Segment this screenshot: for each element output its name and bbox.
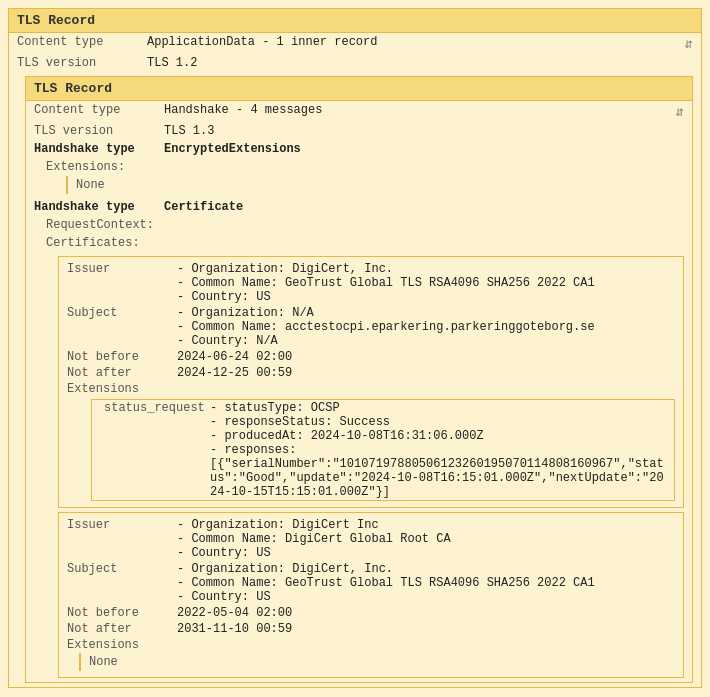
- cert2-not-before-value: 2022-05-04 02:00: [177, 606, 675, 620]
- cert2-subject-value: - Organization: DigiCert, Inc. - Common …: [177, 562, 675, 604]
- cert1-extensions-block: status_request - statusType: OCSP - resp…: [91, 399, 675, 501]
- handshake-type-2-value: Certificate: [164, 200, 684, 214]
- cert1-not-after-value: 2024-12-25 00:59: [177, 366, 675, 380]
- cert1-subject-value: - Organization: N/A - Common Name: accte…: [177, 306, 675, 348]
- inner-expand-icon[interactable]: ⇵: [668, 103, 684, 120]
- request-context-row: RequestContext:: [26, 216, 692, 234]
- cert2-extensions-row: Extensions: [59, 637, 683, 653]
- cert1-extensions-row: Extensions: [59, 381, 683, 397]
- inner-tls-version-value: TLS 1.3: [164, 124, 684, 138]
- inner-title-text: TLS Record: [34, 81, 112, 96]
- cert1-extensions-label: Extensions: [67, 382, 177, 396]
- outer-content-type-row: Content type ApplicationData - 1 inner r…: [9, 33, 701, 54]
- certificate-2-block: Issuer - Organization: DigiCert Inc - Co…: [58, 512, 684, 678]
- outer-tls-version-label: TLS version: [17, 56, 147, 70]
- cert2-extensions-none-block: None: [71, 653, 683, 671]
- outer-tls-record: TLS Record Content type ApplicationData …: [8, 8, 702, 688]
- cert2-subject-label: Subject: [67, 562, 177, 576]
- cert1-not-before-value: 2024-06-24 02:00: [177, 350, 675, 364]
- cert1-issuer-row: Issuer - Organization: DigiCert, Inc. - …: [59, 261, 683, 305]
- inner-tls-version-row: TLS version TLS 1.3: [26, 122, 692, 140]
- cert2-subject-row: Subject - Organization: DigiCert, Inc. -…: [59, 561, 683, 605]
- cert1-status-request-label: status_request: [100, 401, 210, 415]
- extensions-1-label-row: Extensions:: [26, 158, 692, 176]
- outer-expand-icon[interactable]: ⇵: [677, 35, 693, 52]
- cert1-issuer-label: Issuer: [67, 262, 177, 276]
- request-context-label: RequestContext:: [34, 218, 164, 232]
- cert2-issuer-value: - Organization: DigiCert Inc - Common Na…: [177, 518, 675, 560]
- inner-tls-record: TLS Record Content type Handshake - 4 me…: [25, 76, 693, 683]
- cert2-not-after-value: 2031-11-10 00:59: [177, 622, 675, 636]
- inner-tls-version-label: TLS version: [34, 124, 164, 138]
- certificates-label-row: Certificates:: [26, 234, 692, 252]
- inner-content-type-label: Content type: [34, 103, 164, 117]
- inner-record-title: TLS Record: [26, 77, 692, 101]
- cert2-not-before-row: Not before 2022-05-04 02:00: [59, 605, 683, 621]
- cert1-not-before-label: Not before: [67, 350, 177, 364]
- handshake-type-1-label: Handshake type: [34, 142, 164, 156]
- outer-record-title: TLS Record: [9, 9, 701, 33]
- inner-content-type-row: Content type Handshake - 4 messages ⇵: [26, 101, 692, 122]
- cert1-status-request-row: status_request - statusType: OCSP - resp…: [92, 400, 674, 500]
- cert1-issuer-value: - Organization: DigiCert, Inc. - Common …: [177, 262, 675, 304]
- outer-content-type-value: ApplicationData - 1 inner record: [147, 35, 677, 49]
- outer-tls-version-row: TLS version TLS 1.2: [9, 54, 701, 72]
- cert1-subject-row: Subject - Organization: N/A - Common Nam…: [59, 305, 683, 349]
- cert2-extensions-label: Extensions: [67, 638, 177, 652]
- cert1-not-before-row: Not before 2024-06-24 02:00: [59, 349, 683, 365]
- cert1-not-after-label: Not after: [67, 366, 177, 380]
- cert2-not-after-label: Not after: [67, 622, 177, 636]
- cert2-extensions-none-value: None: [89, 655, 118, 669]
- cert1-status-request-value: - statusType: OCSP - responseStatus: Suc…: [210, 401, 666, 499]
- outer-tls-version-value: TLS 1.2: [147, 56, 693, 70]
- cert2-not-after-row: Not after 2031-11-10 00:59: [59, 621, 683, 637]
- cert2-extensions-none: None: [79, 653, 683, 671]
- cert1-not-after-row: Not after 2024-12-25 00:59: [59, 365, 683, 381]
- extensions-1-none-block: None: [58, 176, 692, 194]
- handshake-type-1-row: Handshake type EncryptedExtensions: [26, 140, 692, 158]
- inner-content-type-value: Handshake - 4 messages: [164, 103, 668, 117]
- outer-content-type-label: Content type: [17, 35, 147, 49]
- extensions-1-none-value: None: [76, 178, 105, 192]
- cert2-issuer-row: Issuer - Organization: DigiCert Inc - Co…: [59, 517, 683, 561]
- certificates-label: Certificates:: [34, 236, 164, 250]
- cert2-issuer-label: Issuer: [67, 518, 177, 532]
- certificate-1-block: Issuer - Organization: DigiCert, Inc. - …: [58, 256, 684, 508]
- handshake-type-1-value: EncryptedExtensions: [164, 142, 684, 156]
- outer-title-text: TLS Record: [17, 13, 95, 28]
- handshake-type-2-row: Handshake type Certificate: [26, 198, 692, 216]
- handshake-type-2-label: Handshake type: [34, 200, 164, 214]
- extensions-1-none: None: [66, 176, 692, 194]
- cert1-subject-label: Subject: [67, 306, 177, 320]
- extensions-1-label: Extensions:: [34, 160, 164, 174]
- cert2-not-before-label: Not before: [67, 606, 177, 620]
